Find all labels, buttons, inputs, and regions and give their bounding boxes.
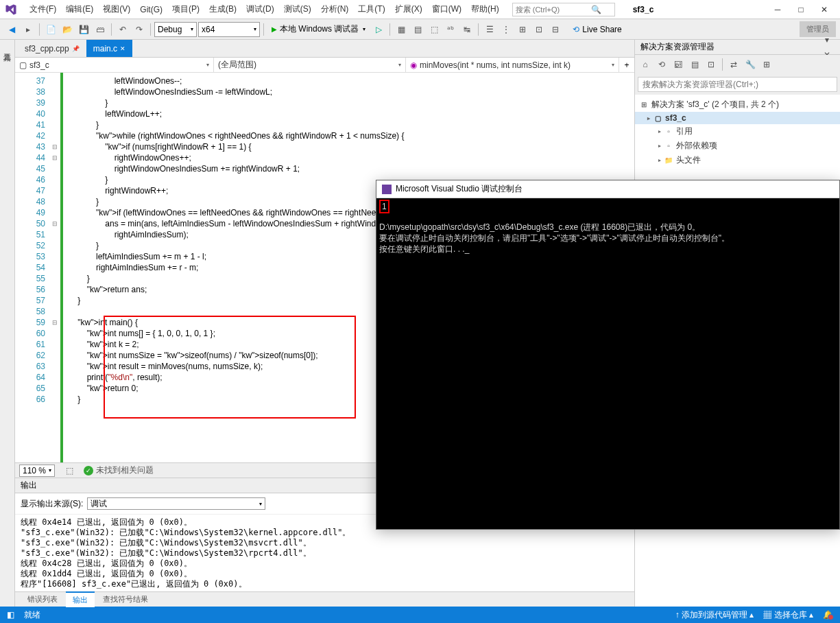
tb-icon-3[interactable]: ⬚ (427, 22, 442, 37)
solution-header: 解决方案资源管理器 ▾✕ (635, 40, 840, 55)
sol-tb-5[interactable]: ⊡ (704, 57, 719, 72)
output-tabs: 错误列表 输出 查找符号结果 (15, 591, 634, 607)
nav-func[interactable]: ◉minMoves(int * nums, int numsSize, int … (406, 58, 619, 72)
status-ready: 就绪 (24, 609, 40, 621)
pin-icon: 📌 (72, 45, 80, 52)
tab-findsymbol[interactable]: 查找符号结果 (96, 592, 155, 607)
sol-tb-8[interactable]: ⊞ (759, 57, 774, 72)
console-titlebar[interactable]: Microsoft Visual Studio 调试控制台 (376, 180, 839, 198)
tree-item[interactable]: ▸▢sf3_c (635, 112, 840, 124)
redo-icon[interactable]: ↷ (132, 22, 147, 37)
output-title: 输出 (21, 480, 37, 491)
menu-bar: 文件(F)编辑(E)视图(V)Git(G)项目(P)生成(B)调试(D)测试(S… (0, 0, 840, 19)
issues-badge: ✓未找到相关问题 (84, 465, 154, 476)
solution-search[interactable] (638, 77, 837, 92)
tb-icon-10[interactable]: ⊟ (548, 22, 563, 37)
sol-tb-6[interactable]: ⇄ (726, 57, 741, 72)
menu-item[interactable]: 帮助(H) (466, 1, 504, 18)
save-all-icon[interactable]: 🗃 (93, 22, 108, 37)
solution-toolbar: ⌂ ⟲ 🗟 ▤ ⊡ ⇄ 🔧 ⊞ (635, 55, 840, 74)
tab-bar: sf3_cpp.cpp📌 main.c✕ (15, 40, 634, 58)
nav-plus-icon[interactable]: + (619, 58, 634, 72)
debug-console-window: Microsoft Visual Studio 调试控制台 1 D:\myset… (376, 180, 840, 530)
menu-item[interactable]: 视图(V) (98, 1, 135, 18)
maximize-button[interactable]: □ (789, 1, 813, 18)
menu-item[interactable]: 项目(P) (167, 1, 204, 18)
solution-icon: ⊞ (639, 100, 649, 110)
tb-icon-4[interactable]: ᵃᵇ (443, 22, 458, 37)
menu-item[interactable]: 分析(N) (316, 1, 354, 18)
tab-sf3cpp[interactable]: sf3_cpp.cpp📌 (18, 40, 86, 57)
sol-tb-2[interactable]: ⟲ (654, 57, 669, 72)
sol-tb-4[interactable]: ▤ (687, 57, 702, 72)
tab-errors[interactable]: 错误列表 (21, 592, 64, 607)
tab-mainc[interactable]: main.c✕ (86, 40, 132, 57)
vs-logo-icon (4, 3, 18, 16)
tb-icon-2[interactable]: ▤ (410, 22, 425, 37)
zoom-combo[interactable]: 110 %▾ (19, 465, 55, 477)
config-combo[interactable]: Debug▾ (154, 22, 197, 37)
run-no-debug-icon[interactable]: ▷ (371, 22, 386, 37)
tb-icon-5[interactable]: ↹ (459, 22, 475, 37)
tree-root[interactable]: ⊞解决方案 'sf3_c' (2 个项目, 共 2 个) (635, 97, 840, 112)
menu-item[interactable]: 工具(T) (353, 1, 389, 18)
tb-icon-6[interactable]: ☰ (482, 22, 497, 37)
status-bar: ◧ 就绪 ↑ 添加到源代码管理 ▴ ▦ 选择仓库 ▴ 🔔 (0, 607, 840, 623)
tree-item[interactable]: ▸▫引用 (635, 124, 840, 139)
search-input[interactable] (516, 5, 591, 14)
menu-item[interactable]: 文件(F) (25, 1, 61, 18)
notification-bell-icon[interactable]: 🔔 (823, 610, 833, 620)
tree-item[interactable]: ▸📁头文件 (635, 153, 840, 167)
status-repo[interactable]: ▦ 选择仓库 ▴ (763, 609, 813, 621)
left-strip: 工具箱 (0, 40, 15, 607)
menu-item[interactable]: Git(G) (135, 2, 167, 17)
menu-item[interactable]: 生成(B) (204, 1, 241, 18)
live-share-button[interactable]: ⟲Live Share (567, 22, 627, 37)
menu-item[interactable]: 扩展(X) (390, 1, 427, 18)
sol-tb-wrench[interactable]: 🔧 (743, 57, 758, 72)
tb-icon-8[interactable]: ⊞ (515, 22, 530, 37)
console-icon (382, 185, 392, 194)
project-label: sf3_c (623, 5, 664, 14)
run-button[interactable]: ▶本地 Windows 调试器▾ (267, 22, 370, 37)
status-ready-icon: ◧ (7, 610, 14, 620)
issues-icon[interactable]: ⬚ (62, 463, 77, 478)
menu-item[interactable]: 编辑(E) (61, 1, 98, 18)
code-margin: ⊟⊟⊟⊟ (49, 73, 63, 462)
tb-icon-1[interactable]: ▦ (394, 22, 409, 37)
line-gutter: 3738394041424344454647484950515253545556… (15, 73, 49, 462)
sol-tb-3[interactable]: 🗟 (671, 57, 686, 72)
menu-item[interactable]: 测试(S) (279, 1, 316, 18)
close-button[interactable]: ✕ (813, 1, 836, 18)
search-box[interactable]: 🔍 (512, 3, 615, 16)
save-icon[interactable]: 💾 (76, 22, 91, 37)
open-icon[interactable]: 📂 (60, 22, 75, 37)
close-tab-icon[interactable]: ✕ (120, 45, 125, 52)
console-body[interactable]: 1 D:\mysetup\gopath\src\dsy\sf3_c\x64\De… (376, 198, 839, 529)
check-icon: ✓ (84, 466, 93, 475)
nav-back-icon[interactable]: ◀ (4, 22, 19, 37)
output-source-label: 显示输出来源(S): (21, 498, 83, 510)
sol-pin-icon[interactable]: ▾ (819, 32, 835, 47)
tree-item[interactable]: ▸▫外部依赖项 (635, 139, 840, 153)
tb-icon-9[interactable]: ⊡ (531, 22, 547, 37)
status-src[interactable]: ↑ 添加到源代码管理 ▴ (675, 609, 754, 621)
new-icon[interactable]: 📄 (43, 22, 58, 37)
toolbar: ◀ ▸ 📄 📂 💾 🗃 ↶ ↷ Debug▾ x64▾ ▶本地 Windows … (0, 19, 840, 40)
platform-combo[interactable]: x64▾ (198, 22, 260, 37)
tab-output[interactable]: 输出 (66, 591, 95, 607)
nav-scope[interactable]: (全局范围)▾ (214, 58, 406, 72)
tb-icon-7[interactable]: ⋮ (499, 22, 514, 37)
nav-fwd-icon[interactable]: ▸ (21, 22, 36, 37)
menu-item[interactable]: 窗口(W) (427, 1, 466, 18)
toolbox-tab[interactable]: 工具箱 (1, 44, 14, 52)
output-source-combo[interactable]: 调试▾ (87, 497, 265, 510)
sol-tb-home[interactable]: ⌂ (638, 57, 653, 72)
nav-bar: ▢sf3_c▾ (全局范围)▾ ◉minMoves(int * nums, in… (15, 58, 634, 73)
menu-item[interactable]: 调试(D) (241, 1, 279, 18)
nav-project[interactable]: ▢sf3_c▾ (15, 58, 214, 72)
search-icon: 🔍 (591, 5, 601, 14)
console-output-highlight: 1 (379, 200, 389, 213)
undo-icon[interactable]: ↶ (115, 22, 130, 37)
minimize-button[interactable]: ─ (766, 1, 789, 18)
